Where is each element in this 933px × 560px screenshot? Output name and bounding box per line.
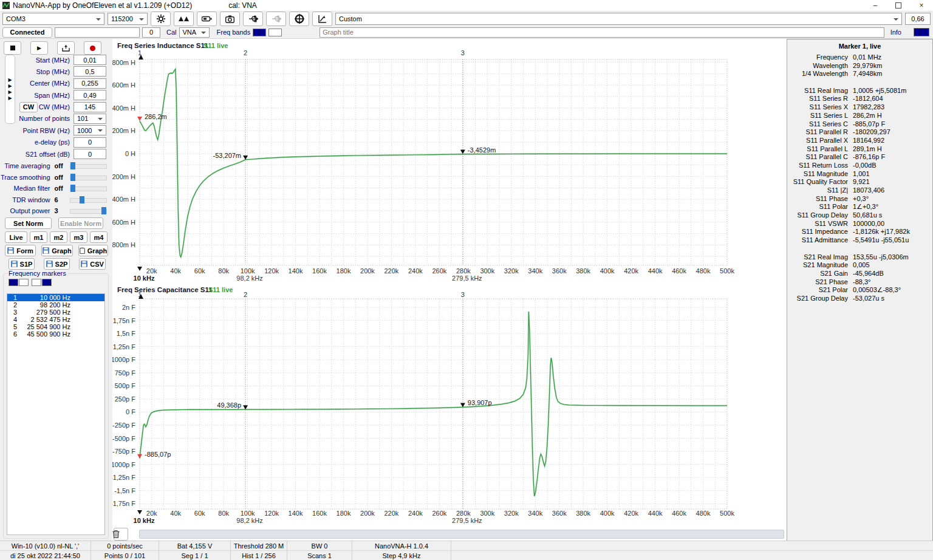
- readout-value: 9,921: [853, 178, 870, 186]
- slider-label: Median filter: [0, 185, 50, 192]
- info-color-swatch[interactable]: [914, 28, 929, 36]
- open-button[interactable]: [57, 41, 75, 55]
- markers-button[interactable]: [174, 12, 194, 26]
- marker-color-swatch-0[interactable]: [9, 279, 18, 286]
- point-rbw-hz--select[interactable]: 1000: [73, 125, 106, 135]
- play-button[interactable]: ▶: [30, 41, 48, 55]
- median-filter-slider[interactable]: [70, 184, 107, 193]
- close-button[interactable]: ×: [910, 0, 933, 11]
- stop-icon: [10, 46, 15, 50]
- count-input[interactable]: 0: [142, 27, 160, 38]
- y-tick-label: 600m H: [112, 81, 135, 89]
- target-button[interactable]: [289, 12, 309, 26]
- marker-list-item[interactable]: 3279 500 Hz: [7, 309, 104, 316]
- stop-mhz--input[interactable]: 0,5: [73, 66, 106, 77]
- s21-offset-db--input[interactable]: 0: [73, 149, 106, 159]
- marker-frequency: 2 532 475 Hz: [23, 316, 70, 323]
- address-input[interactable]: [55, 27, 140, 38]
- cw-button[interactable]: CW: [19, 102, 38, 112]
- slider-thumb[interactable]: [70, 162, 75, 169]
- start-mhz--input[interactable]: 0,01: [73, 55, 106, 65]
- capacitance-chart[interactable]: 2n F1,75n F1,5n F1,25n F1000p F750p F500…: [112, 284, 787, 527]
- trace-smoothing-slider[interactable]: [70, 173, 107, 182]
- com-port-value: COM3: [6, 15, 26, 22]
- save-form-button[interactable]: Form: [5, 245, 36, 256]
- usb-disconnect-button[interactable]: [266, 12, 286, 26]
- preset-select[interactable]: Custom: [335, 13, 902, 25]
- enable-norm-button[interactable]: Enable Norm: [58, 217, 103, 229]
- m2-button[interactable]: m2: [50, 231, 67, 243]
- clear-markers-button[interactable]: [114, 528, 128, 541]
- readout-label: S21 Polar: [787, 286, 848, 295]
- m3-button[interactable]: m3: [70, 231, 87, 243]
- slider-thumb[interactable]: [80, 196, 84, 203]
- marker-color-swatch-2[interactable]: [32, 279, 41, 286]
- graph-setup-button[interactable]: [312, 12, 332, 26]
- tdr-window-slider[interactable]: [70, 196, 107, 204]
- slider-value: 6: [55, 196, 70, 203]
- baud-select[interactable]: 115200: [108, 13, 148, 25]
- graph-title-input[interactable]: [320, 27, 884, 38]
- marker-list-item[interactable]: 645 500 900 Hz: [7, 330, 104, 338]
- save-graph-button[interactable]: Graph: [41, 245, 73, 256]
- field-label: Start (MHz): [17, 56, 70, 64]
- readout-value: 100000,00: [853, 220, 884, 228]
- readout-row: S11 Parallel C-876,16p F: [787, 153, 932, 162]
- marker-list-item[interactable]: 42 532 475 Hz: [7, 316, 104, 323]
- cal-select[interactable]: VNA: [179, 27, 210, 38]
- marker-number: 3: [7, 309, 23, 316]
- cw-mhz--input[interactable]: 145: [73, 102, 106, 112]
- marker-color-swatch-1[interactable]: [19, 279, 29, 286]
- live-button[interactable]: Live: [5, 231, 27, 243]
- slider-thumb[interactable]: [70, 185, 75, 192]
- marker-list-item[interactable]: 110 000 Hz: [7, 294, 104, 301]
- inductance-chart[interactable]: 800m H600m H400m H200m H0 H-200m H-400m …: [112, 39, 787, 284]
- baud-value: 115200: [111, 15, 133, 22]
- readout-value: -180209,297: [853, 128, 890, 137]
- center-mhz--input[interactable]: 0,255: [73, 78, 106, 89]
- set-norm-button[interactable]: Set Norm: [5, 217, 52, 229]
- toolbar-main: COM3 115200 Custom 0,66: [0, 12, 933, 26]
- readout-gap: [787, 245, 932, 253]
- save-s1p-button[interactable]: S1P: [9, 258, 35, 270]
- connected-button[interactable]: Connected: [2, 27, 52, 38]
- span-mhz--input[interactable]: 0,49: [73, 90, 106, 100]
- status-cell: BW 0: [287, 541, 352, 550]
- save-csv-button[interactable]: CSV: [79, 258, 106, 270]
- field-label: e-delay (ps): [17, 138, 70, 146]
- maximize-button[interactable]: [887, 0, 910, 11]
- y-tick-label: -500p F: [112, 435, 135, 442]
- chart-scrollbar[interactable]: [139, 530, 784, 539]
- freq-bands-color-swatch[interactable]: [253, 29, 266, 36]
- usb-connect-button[interactable]: [243, 12, 263, 26]
- m4-button[interactable]: m4: [90, 231, 108, 243]
- frequency-markers-list[interactable]: 110 000 Hz298 200 Hz3279 500 Hz42 532 47…: [7, 293, 105, 535]
- m1-button[interactable]: m1: [30, 231, 47, 243]
- marker-freq-label: 10 kHz: [134, 517, 155, 524]
- slider-thumb[interactable]: [101, 207, 106, 214]
- settings-button[interactable]: [151, 12, 171, 26]
- marker-list-item[interactable]: 525 504 900 Hz: [7, 323, 104, 330]
- output-power-slider[interactable]: [70, 207, 107, 215]
- time-averaging-slider[interactable]: [70, 162, 107, 170]
- save-s2p-button[interactable]: S2P: [44, 258, 70, 270]
- e-delay-ps--input[interactable]: 0: [73, 137, 106, 148]
- marker-list-item[interactable]: 298 200 Hz: [7, 301, 104, 309]
- battery-button[interactable]: [197, 12, 217, 26]
- record-button[interactable]: [84, 41, 101, 55]
- lp-sliders: Time averagingoffTrace smoothingoffMedia…: [0, 160, 112, 217]
- scale-input[interactable]: 0,66: [905, 13, 931, 25]
- marker-value-label: -3,4529m: [468, 146, 496, 154]
- freq-bands-bg-swatch[interactable]: [268, 29, 282, 36]
- minimize-button[interactable]: –: [864, 0, 887, 11]
- com-port-select[interactable]: COM3: [2, 13, 104, 25]
- field-row-1: Stop (MHz)0,5: [0, 66, 112, 77]
- copy-graph-button[interactable]: Graph: [78, 245, 108, 256]
- count-value: 0: [149, 29, 153, 36]
- stop-button[interactable]: [4, 41, 21, 55]
- screenshot-button[interactable]: [220, 12, 240, 26]
- slider-thumb[interactable]: [70, 174, 75, 181]
- number-of-points-select[interactable]: 101: [73, 114, 106, 124]
- y-tick-label: 1,25n F: [113, 343, 136, 350]
- marker-color-swatch-3[interactable]: [42, 279, 52, 286]
